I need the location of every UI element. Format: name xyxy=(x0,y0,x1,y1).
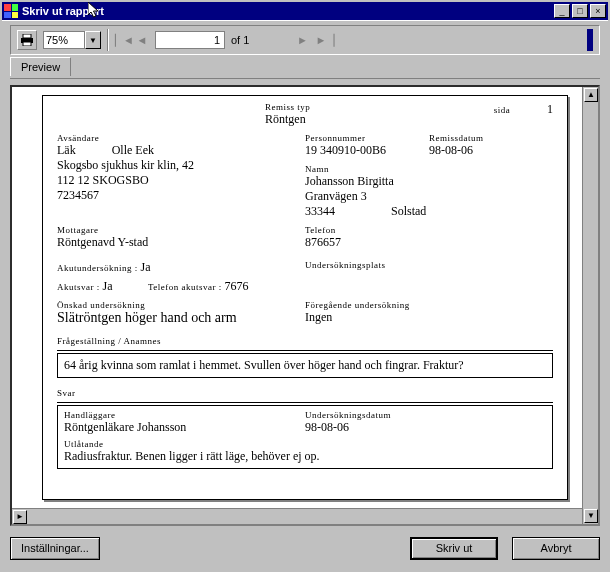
adr-city: Solstad xyxy=(391,204,426,218)
prev-page-button[interactable]: ◄ xyxy=(135,34,149,46)
sida-value: 1 xyxy=(513,102,553,117)
mottagare-value: Röntgenavd Y-stad xyxy=(57,235,305,250)
settings-button[interactable]: Inställningar... xyxy=(10,537,100,560)
vertical-scrollbar[interactable]: ▲ ▼ xyxy=(582,87,598,524)
lak-label: Läk xyxy=(57,143,76,157)
personnummer-label: Personnummer xyxy=(305,133,429,143)
button-bar: Inställningar... Skriv ut Avbryt xyxy=(10,534,600,562)
title-bar: Skriv ut rapport _ □ × xyxy=(2,2,608,20)
page-number-field[interactable]: 1 xyxy=(155,31,225,49)
svg-rect-2 xyxy=(23,42,31,46)
foregaende-value: Ingen xyxy=(305,310,553,325)
print-icon-button[interactable] xyxy=(17,30,37,50)
page-of-label: of 1 xyxy=(231,34,249,46)
akutundersokning-label: Akutundersökning : xyxy=(57,263,138,273)
remisstyp-value: Röntgen xyxy=(265,112,473,127)
fragestallning-label: Frågeställning / Anamnes xyxy=(57,336,553,346)
foregaende-label: Föregående undersökning xyxy=(305,300,553,310)
toolbar: ▼ ▏◄ ◄ 1 of 1 ► ►▕ xyxy=(10,25,600,55)
adr-line2: Granvägen 3 xyxy=(305,189,553,204)
scroll-right-icon[interactable]: ► xyxy=(13,510,27,524)
remissdatum-label: Remissdatum xyxy=(429,133,553,143)
remissdatum-value: 98-08-06 xyxy=(429,143,553,158)
onskad-value: Slätröntgen höger hand och arm xyxy=(57,310,305,326)
remisstyp-label: Remiss typ xyxy=(265,102,473,112)
avs-line2: Skogsbo sjukhus kir klin, 42 xyxy=(57,158,305,173)
tab-strip: Preview xyxy=(10,57,600,79)
tab-preview[interactable]: Preview xyxy=(10,57,71,76)
telefon-akutsvar-label: Telefon akutsvar : xyxy=(148,282,222,292)
avsandare-label: Avsändare xyxy=(57,133,305,143)
mottagare-label: Mottagare xyxy=(57,225,305,235)
minimize-button[interactable]: _ xyxy=(554,4,570,18)
preview-pane: Remiss typ Röntgen sida 1 Avsändare Läk … xyxy=(10,85,600,526)
cancel-button[interactable]: Avbryt xyxy=(512,537,600,560)
window-title: Skriv ut rapport xyxy=(22,5,554,17)
avs-line4: 7234567 xyxy=(57,188,305,203)
undersokningsplats-label: Undersökningsplats xyxy=(305,260,553,270)
undersokningsdatum-value: 98-08-06 xyxy=(305,420,546,435)
utlatande-value: Radiusfraktur. Benen ligger i rätt läge,… xyxy=(64,449,546,464)
separator xyxy=(107,29,109,51)
close-button[interactable]: × xyxy=(590,4,606,18)
svar-label: Svar xyxy=(57,388,553,398)
akutsvar-value: Ja xyxy=(103,279,113,293)
lak-value: Olle Eek xyxy=(112,143,154,157)
horizontal-scrollbar[interactable]: ◄ ► xyxy=(12,508,582,524)
zoom-input[interactable] xyxy=(43,31,85,49)
akutundersokning-value: Ja xyxy=(141,260,151,274)
telefon-value: 876657 xyxy=(305,235,553,250)
undersokningsdatum-label: Undersökningsdatum xyxy=(305,410,546,420)
toolbar-end-strip xyxy=(587,29,593,51)
chevron-down-icon[interactable]: ▼ xyxy=(85,31,101,49)
first-page-button[interactable]: ▏◄ xyxy=(115,34,129,47)
personnummer-value: 19 340910-00B6 xyxy=(305,143,429,158)
sida-label: sida xyxy=(494,105,511,115)
handlaggare-label: Handläggare xyxy=(64,410,305,420)
avs-line3: 112 12 SKOGSBO xyxy=(57,173,305,188)
telefon-label: Telefon xyxy=(305,225,553,235)
printer-icon xyxy=(20,34,34,46)
last-page-button[interactable]: ►▕ xyxy=(315,34,329,47)
svg-rect-0 xyxy=(23,34,31,38)
namn-label: Namn xyxy=(305,164,553,174)
report-page: Remiss typ Röntgen sida 1 Avsändare Läk … xyxy=(42,95,568,500)
next-page-button[interactable]: ► xyxy=(295,34,309,46)
scroll-down-icon[interactable]: ▼ xyxy=(584,509,598,523)
client-area: ▼ ▏◄ ◄ 1 of 1 ► ►▕ Preview Remiss typ Rö… xyxy=(2,20,608,570)
scroll-up-icon[interactable]: ▲ xyxy=(584,88,598,102)
namn-value: Johansson Birgitta xyxy=(305,174,553,189)
akutsvar-label: Akutsvar : xyxy=(57,282,100,292)
zoom-select[interactable]: ▼ xyxy=(43,31,101,49)
handlaggare-value: Röntgenläkare Johansson xyxy=(64,420,305,435)
onskad-label: Önskad undersökning xyxy=(57,300,305,310)
fragestallning-value: 64 årig kvinna som ramlat i hemmet. Svul… xyxy=(57,353,553,378)
maximize-button[interactable]: □ xyxy=(572,4,588,18)
app-icon xyxy=(4,4,18,18)
print-button[interactable]: Skriv ut xyxy=(410,537,498,560)
adr-zip: 33344 xyxy=(305,204,335,218)
telefon-akutsvar-value: 7676 xyxy=(225,279,249,293)
utlatande-label: Utlåtande xyxy=(64,439,546,449)
